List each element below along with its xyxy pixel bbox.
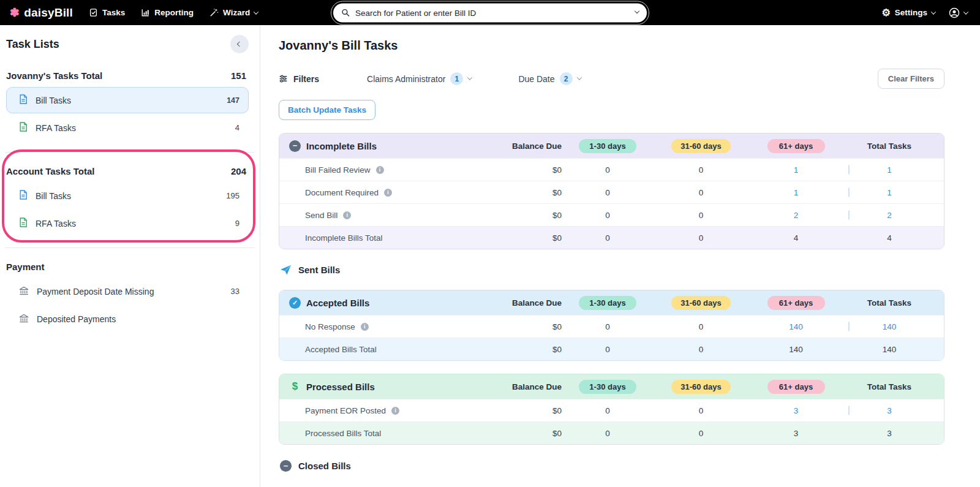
total-tasks-link[interactable]: 2: [887, 211, 892, 220]
days-61-plus-link[interactable]: 3: [794, 406, 799, 415]
dollar-icon[interactable]: [289, 380, 301, 393]
batch-update-tasks-button[interactable]: Batch Update Tasks: [279, 100, 375, 120]
info-icon[interactable]: [343, 211, 351, 219]
chevron-down-icon: [254, 9, 258, 14]
gear-icon: [881, 8, 890, 18]
days-61-plus-link[interactable]: 140: [789, 322, 803, 331]
total-tasks-link[interactable]: 1: [887, 188, 892, 197]
days-31-60-value: 0: [654, 233, 748, 243]
filters-button[interactable]: Filters: [279, 74, 319, 84]
section-heading: Payment: [6, 262, 45, 272]
tasks-icon: [89, 8, 98, 17]
sidebar-item-bill-tasks[interactable]: Bill Tasks 147: [6, 87, 249, 113]
days-1-30-value: 0: [562, 233, 654, 243]
item-count: 9: [235, 219, 239, 228]
days-1-30-value: 0: [562, 345, 654, 354]
nav-settings-label: Settings: [895, 8, 927, 17]
days-31-60-value: 0: [654, 165, 748, 175]
app-window: daisyBill Tasks Reporting Wizard Setting…: [0, 0, 980, 487]
chevron-down-icon: [467, 75, 472, 80]
sidebar-item-payment-deposit-date-missing[interactable]: Payment Deposit Date Missing 33: [6, 278, 249, 304]
wand-icon: [209, 8, 219, 17]
flower-icon: [10, 6, 20, 20]
group-title: Closed Bills: [298, 461, 351, 471]
column-total-tasks: Total Tasks: [843, 382, 935, 391]
clear-filters-button[interactable]: Clear Filters: [878, 69, 944, 89]
balance-value: $0: [494, 406, 562, 415]
filters-row: Filters Claims Administrator 1 Due Date …: [279, 69, 944, 89]
row-label: Document Required: [305, 188, 379, 197]
info-icon[interactable]: [391, 407, 399, 415]
sidebar-item-account-rfa-tasks[interactable]: RFA Tasks 9: [6, 210, 249, 236]
total-tasks-link[interactable]: 1: [887, 165, 892, 175]
days-1-30-value: 0: [562, 211, 654, 220]
filter-claims-administrator[interactable]: Claims Administrator 1: [367, 72, 472, 85]
nav-reporting[interactable]: Reporting: [141, 8, 194, 17]
sidebar-item-account-bill-tasks[interactable]: Bill Tasks 195: [6, 183, 249, 209]
days-1-30-value: 0: [562, 188, 654, 197]
accepted-bills-header: Accepted Bills Balance Due 1-30 days 31-…: [279, 290, 944, 315]
sidebar-divider: [5, 247, 255, 248]
processed-bills-card: Processed Bills Balance Due 1-30 days 31…: [279, 374, 944, 445]
search-input[interactable]: [355, 8, 630, 17]
chevron-down-icon: [963, 9, 968, 14]
global-search[interactable]: [333, 3, 647, 22]
incomplete-bills-header: Incomplete Bills Balance Due 1-30 days 3…: [279, 134, 944, 158]
table-row-no-response: No Response $0 0 0 140 140: [279, 315, 944, 338]
main-panel: Jovanny's Bill Tasks Filters Claims Admi…: [260, 25, 980, 487]
total-tasks-link[interactable]: 140: [883, 322, 897, 331]
item-label: Deposited Payments: [37, 314, 116, 324]
sidebar-item-deposited-payments[interactable]: Deposited Payments: [6, 306, 249, 332]
info-icon[interactable]: [376, 166, 384, 174]
column-total-tasks: Total Tasks: [843, 142, 935, 151]
collapse-minus-circle-icon[interactable]: [289, 140, 301, 152]
days-61-plus-link[interactable]: 2: [794, 211, 799, 220]
row-label: Send Bill: [305, 211, 337, 220]
column-31-60-days: 31-60 days: [671, 296, 731, 310]
item-label: Payment Deposit Date Missing: [37, 287, 154, 296]
nav-tasks-label: Tasks: [102, 8, 125, 17]
nav-tasks[interactable]: Tasks: [89, 8, 125, 17]
sidebar-collapse-button[interactable]: [230, 35, 249, 53]
sent-bills-heading: Sent Bills: [280, 265, 944, 275]
sidebar-item-rfa-tasks[interactable]: RFA Tasks 4: [6, 115, 249, 141]
section-jovannys-tasks: Jovanny's Tasks Total 151: [6, 70, 246, 81]
column-balance-due: Balance Due: [494, 298, 562, 308]
bill-document-icon: [19, 94, 28, 106]
nav-wizard[interactable]: Wizard: [209, 8, 258, 17]
brand-name: daisyBill: [24, 6, 73, 20]
info-icon[interactable]: [384, 189, 392, 197]
days-61-plus-link[interactable]: 1: [794, 165, 799, 175]
info-icon[interactable]: [361, 323, 369, 331]
paper-plane-icon[interactable]: [280, 265, 292, 275]
row-label: Bill Failed Review: [305, 165, 371, 175]
navbar-right: Settings: [881, 7, 968, 18]
filter-due-date[interactable]: Due Date 2: [518, 72, 581, 85]
table-row-incomplete-bills-total: Incomplete Bills Total $0 0 0 4 4: [279, 226, 944, 249]
column-balance-due: Balance Due: [494, 142, 562, 151]
item-count: 195: [226, 191, 239, 200]
total-tasks-link[interactable]: 3: [887, 406, 892, 415]
account-menu[interactable]: [949, 7, 968, 18]
column-1-30-days: 1-30 days: [579, 139, 636, 153]
nav-settings[interactable]: Settings: [881, 8, 935, 18]
collapse-minus-circle-icon[interactable]: [280, 460, 292, 472]
days-31-60-value: 0: [654, 345, 748, 354]
days-1-30-value: 0: [562, 322, 654, 331]
days-31-60-value: 0: [654, 406, 748, 415]
daisybill-logo[interactable]: daisyBill: [10, 6, 73, 20]
days-61-plus-link[interactable]: 1: [794, 188, 799, 197]
row-label: Payment EOR Posted: [305, 406, 386, 415]
search-scope-chevron-icon[interactable]: [635, 9, 639, 13]
accepted-bills-card: Accepted Bills Balance Due 1-30 days 31-…: [279, 290, 944, 361]
check-circle-icon[interactable]: [289, 297, 301, 309]
table-row-accepted-bills-total: Accepted Bills Total $0 0 0 140 140: [279, 338, 944, 360]
chevron-down-icon: [576, 75, 581, 80]
total-tasks-value: 3: [843, 429, 935, 438]
table-title: Accepted Bills: [306, 298, 369, 308]
balance-value: $0: [494, 165, 562, 175]
section-count: 151: [231, 70, 246, 81]
search-icon: [341, 9, 350, 17]
page-title: Jovanny's Bill Tasks: [279, 39, 944, 53]
section-payment: Payment: [6, 262, 246, 272]
